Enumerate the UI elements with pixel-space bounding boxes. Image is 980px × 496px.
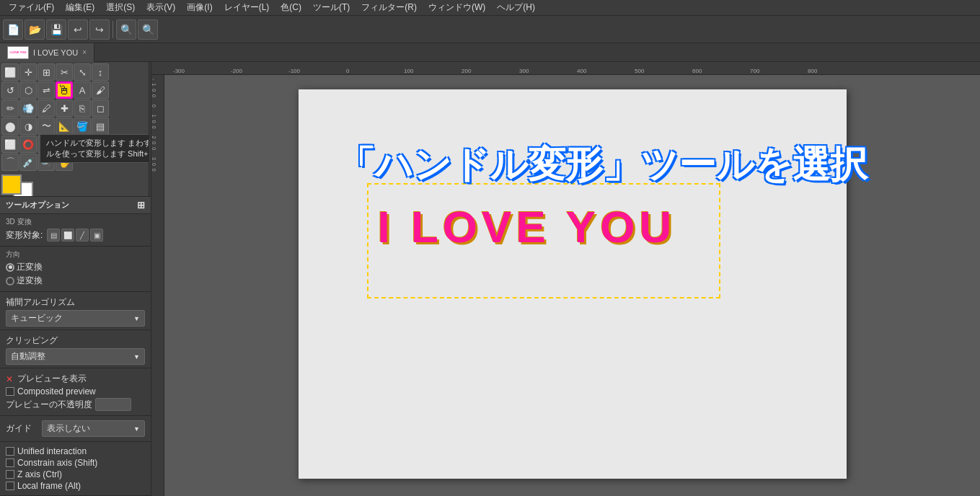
- menu-edit[interactable]: 編集(E): [60, 0, 100, 15]
- constrain-row[interactable]: Constrain axis (Shift): [6, 458, 145, 468]
- tool-options-header: ツールオプション ⊞: [0, 197, 151, 214]
- zoom-canvas-tool[interactable]: 🔍: [37, 154, 55, 171]
- target-icon-2[interactable]: ⬜: [61, 229, 74, 242]
- ruler-tick-3: -100: [288, 68, 300, 74]
- new-file-button[interactable]: 📄: [3, 19, 23, 40]
- ruler-vertical: -100 0 100 200 300: [151, 75, 164, 496]
- tool-options-title: ツールオプション: [6, 200, 69, 211]
- move-tool[interactable]: ✛: [19, 63, 37, 81]
- canvas-area[interactable]: I LOVE YOU 「ハンドル変形」ツールを選択: [164, 75, 980, 496]
- path-tool[interactable]: ⌒: [1, 154, 19, 171]
- open-file-button[interactable]: 📂: [25, 19, 45, 40]
- menu-windows[interactable]: ウィンドウ(W): [423, 0, 491, 15]
- composited-checkbox: [6, 387, 14, 396]
- tool-row-3: ✏ 💨 🖊 ✚ ⎘ ◻: [1, 99, 147, 117]
- clipping-arrow: ▼: [133, 353, 140, 360]
- color-picker-tool[interactable]: 💉: [19, 154, 37, 171]
- pencil-tool[interactable]: ✏: [1, 99, 19, 117]
- rect-select-tool[interactable]: ⬜: [1, 136, 19, 153]
- ink-tool[interactable]: 🖊: [37, 99, 55, 117]
- clone-tool[interactable]: ⎘: [74, 99, 91, 117]
- fuzzy-select-tool[interactable]: ✦: [56, 136, 73, 153]
- save-button[interactable]: 💾: [46, 19, 66, 40]
- free-select-tool[interactable]: 🔗: [37, 136, 55, 153]
- left-side: ⬜ ✛ ⊞ ✂ ⤡ ↕ ↺ ⬡ ⇌ 🖱 A 🖌 ✏ 💨 🖊 ✚ ⎘: [0, 62, 151, 496]
- preview-row[interactable]: ✕ プレビューを表示: [6, 373, 145, 385]
- smudge-tool[interactable]: 〜: [37, 118, 55, 135]
- ellipse-select-tool[interactable]: ⭕: [19, 136, 37, 153]
- composited-row[interactable]: Composited preview: [6, 386, 145, 397]
- guide-dropdown[interactable]: 表示しない ▼: [42, 420, 145, 437]
- preview-label: プレビューを表示: [17, 373, 87, 385]
- backward-label: 逆変換: [17, 275, 43, 287]
- undo-button[interactable]: ↩: [68, 19, 88, 40]
- direction-label: 方向: [6, 249, 145, 260]
- measure-tool[interactable]: 📐: [56, 118, 73, 135]
- color-select-tool[interactable]: 🎨: [74, 136, 91, 153]
- tab-close-button[interactable]: ×: [82, 48, 87, 56]
- airbrush-tool[interactable]: 💨: [19, 99, 37, 117]
- text-tool[interactable]: A: [74, 81, 91, 99]
- zoom-out-button[interactable]: 🔍: [138, 19, 158, 40]
- brush-tool[interactable]: 🖌: [92, 81, 109, 99]
- forward-option-row: 正変換: [6, 261, 145, 273]
- dodge-burn-tool[interactable]: ◑: [19, 118, 37, 135]
- menu-tools[interactable]: ツール(T): [307, 0, 356, 15]
- ruler-v-text: -100 0 100 200 300: [151, 79, 164, 174]
- gradient-tool[interactable]: ▤: [92, 118, 109, 135]
- ruler-horizontal: -300 -200 -100 0 100 200 300 400 500 600…: [151, 62, 980, 75]
- gimp-canvas[interactable]: I LOVE YOU: [299, 89, 847, 479]
- menu-view[interactable]: 表示(V): [141, 0, 181, 15]
- handle-transform-tool[interactable]: 🖱: [56, 81, 73, 99]
- backward-radio[interactable]: 逆変換: [6, 275, 43, 287]
- interpolation-dropdown[interactable]: キュービック ▼: [6, 310, 145, 327]
- warp-tool[interactable]: ↕: [92, 63, 109, 81]
- flip-tool[interactable]: ⇌: [37, 81, 55, 99]
- zaxis-row[interactable]: Z axis (Ctrl): [6, 469, 145, 479]
- blur-tool[interactable]: ⬤: [1, 118, 19, 135]
- ruler-tick-4: 0: [346, 68, 349, 74]
- unified-row[interactable]: Unified interaction: [6, 446, 145, 456]
- menu-image[interactable]: 画像(I): [181, 0, 218, 15]
- color-selection: [1, 174, 35, 195]
- composited-label: Composited preview: [17, 386, 96, 397]
- forward-radio[interactable]: 正変換: [6, 261, 43, 273]
- menu-help[interactable]: ヘルプ(H): [491, 0, 541, 15]
- menu-filters[interactable]: フィルター(R): [356, 0, 423, 15]
- local-row[interactable]: Local frame (Alt): [6, 481, 145, 491]
- pan-tool[interactable]: 🖐: [56, 154, 73, 171]
- opacity-input[interactable]: 100.0: [95, 398, 131, 411]
- tool-options-expand[interactable]: ⊞: [137, 200, 145, 211]
- zoom-in-button[interactable]: 🔍: [116, 19, 136, 40]
- interpolation-row: 補間アルゴリズム: [6, 296, 145, 309]
- scissors-tool[interactable]: ✂: [92, 136, 109, 153]
- target-icon-3[interactable]: ╱: [76, 229, 89, 242]
- heal-tool[interactable]: ✚: [56, 99, 73, 117]
- menu-select[interactable]: 選択(S): [100, 0, 141, 15]
- toolbar-separator: [112, 21, 113, 38]
- redo-button[interactable]: ↪: [89, 19, 110, 40]
- bucket-fill-tool[interactable]: 🪣: [74, 118, 91, 135]
- canvas-with-vruler: -100 0 100 200 300 I LOVE YOU 「ハンドル変形」ツー…: [151, 75, 980, 496]
- new-layer-tool[interactable]: ⬜: [1, 63, 19, 81]
- unified-checkbox: [6, 447, 14, 456]
- menu-file[interactable]: ファイル(F): [3, 0, 60, 15]
- unified-label: Unified interaction: [17, 446, 87, 456]
- menu-color[interactable]: 色(C): [275, 0, 307, 15]
- direction-section: 方向 正変換 逆変換: [0, 247, 151, 292]
- perspective-tool[interactable]: ⬡: [19, 81, 37, 99]
- crop-tool[interactable]: ✂: [56, 63, 73, 81]
- align-tool[interactable]: ⊞: [37, 63, 55, 81]
- rotate-tool[interactable]: ↺: [1, 81, 19, 99]
- menu-layer[interactable]: レイヤー(L): [218, 0, 275, 15]
- forward-radio-dot: [6, 263, 14, 272]
- 3d-transform-section: 3D 変換 変形対象: ▤ ⬜ ╱ ▣: [0, 214, 151, 247]
- foreground-color-box[interactable]: [1, 174, 22, 195]
- erase-tool[interactable]: ◻: [92, 99, 109, 117]
- target-icon-1[interactable]: ▤: [47, 229, 60, 242]
- clipping-dropdown[interactable]: 自動調整 ▼: [6, 348, 145, 365]
- transform-scale-tool[interactable]: ⤡: [74, 63, 91, 81]
- guide-value: 表示しない: [47, 422, 90, 435]
- canvas-tab[interactable]: I LOVE YOU I LOVE YOU ×: [0, 43, 94, 62]
- target-icon-4[interactable]: ▣: [90, 229, 103, 242]
